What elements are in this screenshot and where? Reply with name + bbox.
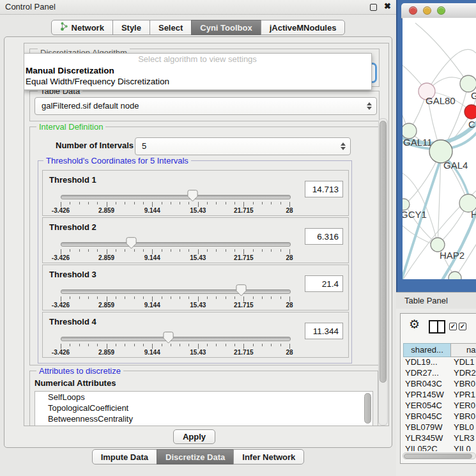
table-row[interactable]: YBL079WYBL0 xyxy=(401,422,476,433)
table-row[interactable]: YER054CYER0 xyxy=(401,400,476,411)
tab-style[interactable]: Style xyxy=(112,20,150,35)
tick-label: 2.859 xyxy=(98,349,114,356)
network-edge[interactable] xyxy=(415,23,468,84)
threshold-value-field[interactable] xyxy=(305,275,343,292)
table-row[interactable]: YIL052CYIL0 xyxy=(401,443,476,451)
minimize-light-icon[interactable] xyxy=(423,6,431,15)
tick-mark xyxy=(289,344,290,349)
close-icon[interactable]: ✖ xyxy=(384,1,391,11)
table-row[interactable]: YDL19...YDL1 xyxy=(401,357,476,367)
tick-mark xyxy=(180,344,180,346)
table-row[interactable]: YLR345WYLR3 xyxy=(401,433,476,443)
threshold-label: Threshold 2 xyxy=(49,222,96,232)
threshold-value-field[interactable] xyxy=(305,323,343,339)
table-data-combobox[interactable]: galFiltered.sif default node xyxy=(35,97,377,115)
tab-discretize-data[interactable]: Discretize Data xyxy=(157,449,234,464)
tick-mark xyxy=(180,249,180,252)
tick-mark xyxy=(207,202,208,204)
tick-mark xyxy=(70,296,70,299)
threshold-slider-thumb[interactable] xyxy=(187,190,198,204)
table-hscrollbar-track[interactable] xyxy=(403,452,476,459)
tick-label: 15.43 xyxy=(190,207,206,214)
tick-mark xyxy=(171,202,171,204)
tick-mark xyxy=(125,296,125,299)
tab-infer-network[interactable]: Infer Network xyxy=(233,449,304,464)
apply-button[interactable]: Apply xyxy=(173,429,215,444)
network-node-unlabeled[interactable] xyxy=(449,272,461,279)
threshold-slider-track[interactable] xyxy=(61,195,291,199)
table-row[interactable]: YPR145WYPR1 xyxy=(401,389,476,400)
tick-mark xyxy=(152,344,153,349)
tab-select[interactable]: Select xyxy=(150,20,192,35)
tick-mark xyxy=(97,344,98,346)
checkbox-checked-icon[interactable]: ✓ xyxy=(459,323,466,330)
split-columns-icon[interactable] xyxy=(429,320,445,334)
tick-mark xyxy=(226,344,226,346)
tick-mark xyxy=(207,344,208,346)
threshold-slider-thumb[interactable] xyxy=(126,237,137,252)
tick-label: 21.715 xyxy=(234,302,254,309)
tab-network[interactable]: Network xyxy=(51,20,113,35)
column-header-shared-name[interactable]: shared... xyxy=(403,343,451,357)
float-window-icon[interactable] xyxy=(370,4,377,11)
tick-mark xyxy=(116,296,116,299)
threshold-value-field[interactable] xyxy=(305,228,343,245)
checkbox-checked-icon[interactable]: ✓ xyxy=(449,323,457,330)
zoom-light-icon[interactable] xyxy=(437,6,445,15)
tick-mark xyxy=(253,202,254,204)
network-node-c[interactable] xyxy=(464,105,476,119)
cell-shared-name: YER054C xyxy=(405,400,442,411)
tick-mark xyxy=(280,202,281,204)
gear-icon[interactable]: ⚙ xyxy=(409,318,420,331)
table-row[interactable]: YBR045CYBR0 xyxy=(401,411,476,422)
threshold-slider-track[interactable] xyxy=(61,337,291,341)
threshold-slider-track[interactable] xyxy=(61,242,291,247)
threshold-slider-thumb[interactable] xyxy=(163,332,174,346)
tick-label: 2.859 xyxy=(98,207,114,214)
column-header-name[interactable]: na xyxy=(450,343,476,357)
node-label-hap2: HAP2 xyxy=(440,250,464,261)
cell-name: YER0 xyxy=(454,400,475,411)
number-of-intervals-combobox[interactable]: 5 xyxy=(135,137,351,155)
tick-mark xyxy=(97,296,98,299)
list-scrollbar[interactable] xyxy=(364,393,371,424)
tab-impute-data[interactable]: Impute Data xyxy=(92,449,157,464)
table-row[interactable]: YBR043CYBR0 xyxy=(401,378,476,389)
tick-mark xyxy=(107,249,107,254)
tick-mark xyxy=(271,249,272,252)
attribute-item-selfloops[interactable]: SelfLoops xyxy=(35,392,372,403)
threshold-value-field[interactable] xyxy=(305,181,343,197)
tab-jactivemnodules[interactable]: jActiveMNodules xyxy=(261,20,346,35)
tick-label: 2.859 xyxy=(98,254,114,261)
control-panel-titlebar: Control Panel ✖ xyxy=(0,0,396,15)
popup-option-manual[interactable]: Manual Discretization xyxy=(24,65,371,76)
attribute-item-topologicalcoefficient[interactable]: TopologicalCoefficient xyxy=(35,403,372,413)
tick-mark xyxy=(116,202,116,204)
tick-mark xyxy=(243,344,244,349)
network-window-titlebar[interactable] xyxy=(401,3,476,19)
attribute-item-betweennesscentrality[interactable]: BetweennessCentrality xyxy=(35,413,372,424)
tick-mark xyxy=(88,249,89,252)
panel-scrollbar-thumb[interactable] xyxy=(380,121,387,383)
tick-mark xyxy=(79,296,80,299)
network-canvas[interactable]: GAL80GACGAL11GAL4GCY1HHAP2 xyxy=(403,18,476,279)
cell-shared-name: YPR145W xyxy=(405,389,444,400)
close-light-icon[interactable] xyxy=(409,6,417,15)
tick-mark xyxy=(188,249,189,252)
popup-option-equal-width[interactable]: Equal Width/Frequency Discretization xyxy=(24,76,371,87)
tick-label: -3.426 xyxy=(52,349,70,356)
tick-mark xyxy=(79,202,80,204)
tick-mark xyxy=(271,344,272,346)
tab-cyni-toolbox[interactable]: Cyni Toolbox xyxy=(191,20,261,35)
table-row[interactable]: YDR27...YDR2 xyxy=(401,367,476,378)
node-label-gal80: GAL80 xyxy=(426,95,456,106)
tick-mark xyxy=(243,249,244,254)
tick-mark xyxy=(143,249,144,252)
tab-label: Cyni Toolbox xyxy=(200,23,252,33)
tick-mark xyxy=(162,296,162,299)
threshold-slider-thumb[interactable] xyxy=(236,284,247,299)
combo-stepper-icon xyxy=(367,102,372,110)
threshold-slider-track[interactable] xyxy=(61,289,291,294)
table-hscrollbar-thumb[interactable] xyxy=(404,454,472,459)
panel-scrollbar-track[interactable] xyxy=(378,118,388,426)
